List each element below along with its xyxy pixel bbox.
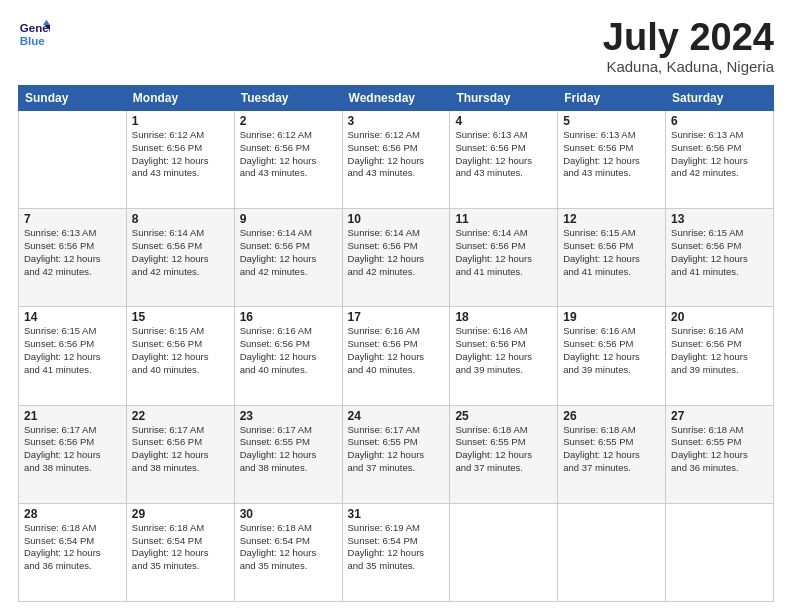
- day-info: Sunrise: 6:18 AM Sunset: 6:55 PM Dayligh…: [671, 424, 768, 475]
- calendar-cell: 2Sunrise: 6:12 AM Sunset: 6:56 PM Daylig…: [234, 111, 342, 209]
- calendar-cell: 21Sunrise: 6:17 AM Sunset: 6:56 PM Dayli…: [19, 405, 127, 503]
- day-number: 27: [671, 409, 768, 423]
- header-tuesday: Tuesday: [234, 86, 342, 111]
- day-number: 3: [348, 114, 445, 128]
- day-number: 25: [455, 409, 552, 423]
- calendar-header-row: Sunday Monday Tuesday Wednesday Thursday…: [19, 86, 774, 111]
- day-number: 30: [240, 507, 337, 521]
- logo-icon: General Blue: [18, 18, 50, 50]
- day-number: 15: [132, 310, 229, 324]
- day-number: 29: [132, 507, 229, 521]
- calendar-week-4: 21Sunrise: 6:17 AM Sunset: 6:56 PM Dayli…: [19, 405, 774, 503]
- day-number: 5: [563, 114, 660, 128]
- calendar-cell: 31Sunrise: 6:19 AM Sunset: 6:54 PM Dayli…: [342, 503, 450, 601]
- day-number: 8: [132, 212, 229, 226]
- calendar-cell: 15Sunrise: 6:15 AM Sunset: 6:56 PM Dayli…: [126, 307, 234, 405]
- day-number: 14: [24, 310, 121, 324]
- day-info: Sunrise: 6:12 AM Sunset: 6:56 PM Dayligh…: [132, 129, 229, 180]
- day-number: 18: [455, 310, 552, 324]
- day-number: 21: [24, 409, 121, 423]
- header-wednesday: Wednesday: [342, 86, 450, 111]
- calendar-week-1: 1Sunrise: 6:12 AM Sunset: 6:56 PM Daylig…: [19, 111, 774, 209]
- day-info: Sunrise: 6:14 AM Sunset: 6:56 PM Dayligh…: [348, 227, 445, 278]
- day-number: 16: [240, 310, 337, 324]
- calendar-cell: 13Sunrise: 6:15 AM Sunset: 6:56 PM Dayli…: [666, 209, 774, 307]
- header-thursday: Thursday: [450, 86, 558, 111]
- calendar-cell: 18Sunrise: 6:16 AM Sunset: 6:56 PM Dayli…: [450, 307, 558, 405]
- day-number: 12: [563, 212, 660, 226]
- day-info: Sunrise: 6:16 AM Sunset: 6:56 PM Dayligh…: [671, 325, 768, 376]
- day-info: Sunrise: 6:16 AM Sunset: 6:56 PM Dayligh…: [240, 325, 337, 376]
- day-info: Sunrise: 6:13 AM Sunset: 6:56 PM Dayligh…: [563, 129, 660, 180]
- logo: General Blue General Blue: [18, 18, 50, 50]
- day-number: 19: [563, 310, 660, 324]
- day-number: 9: [240, 212, 337, 226]
- calendar-cell: 30Sunrise: 6:18 AM Sunset: 6:54 PM Dayli…: [234, 503, 342, 601]
- day-info: Sunrise: 6:16 AM Sunset: 6:56 PM Dayligh…: [455, 325, 552, 376]
- calendar-week-5: 28Sunrise: 6:18 AM Sunset: 6:54 PM Dayli…: [19, 503, 774, 601]
- calendar-cell: [450, 503, 558, 601]
- calendar-cell: 24Sunrise: 6:17 AM Sunset: 6:55 PM Dayli…: [342, 405, 450, 503]
- calendar-cell: 26Sunrise: 6:18 AM Sunset: 6:55 PM Dayli…: [558, 405, 666, 503]
- day-info: Sunrise: 6:19 AM Sunset: 6:54 PM Dayligh…: [348, 522, 445, 573]
- day-info: Sunrise: 6:18 AM Sunset: 6:54 PM Dayligh…: [240, 522, 337, 573]
- day-info: Sunrise: 6:14 AM Sunset: 6:56 PM Dayligh…: [132, 227, 229, 278]
- day-number: 28: [24, 507, 121, 521]
- calendar-table: Sunday Monday Tuesday Wednesday Thursday…: [18, 85, 774, 602]
- calendar-cell: 22Sunrise: 6:17 AM Sunset: 6:56 PM Dayli…: [126, 405, 234, 503]
- calendar-cell: 12Sunrise: 6:15 AM Sunset: 6:56 PM Dayli…: [558, 209, 666, 307]
- calendar-cell: 16Sunrise: 6:16 AM Sunset: 6:56 PM Dayli…: [234, 307, 342, 405]
- day-info: Sunrise: 6:18 AM Sunset: 6:55 PM Dayligh…: [455, 424, 552, 475]
- calendar-cell: 9Sunrise: 6:14 AM Sunset: 6:56 PM Daylig…: [234, 209, 342, 307]
- day-info: Sunrise: 6:13 AM Sunset: 6:56 PM Dayligh…: [24, 227, 121, 278]
- calendar-cell: 19Sunrise: 6:16 AM Sunset: 6:56 PM Dayli…: [558, 307, 666, 405]
- calendar-cell: 28Sunrise: 6:18 AM Sunset: 6:54 PM Dayli…: [19, 503, 127, 601]
- calendar-cell: 25Sunrise: 6:18 AM Sunset: 6:55 PM Dayli…: [450, 405, 558, 503]
- page: General Blue General Blue July 2024 Kadu…: [0, 0, 792, 612]
- calendar-cell: 6Sunrise: 6:13 AM Sunset: 6:56 PM Daylig…: [666, 111, 774, 209]
- calendar-cell: 4Sunrise: 6:13 AM Sunset: 6:56 PM Daylig…: [450, 111, 558, 209]
- calendar-cell: [19, 111, 127, 209]
- day-number: 22: [132, 409, 229, 423]
- title-block: July 2024 Kaduna, Kaduna, Nigeria: [603, 18, 774, 75]
- calendar-cell: 11Sunrise: 6:14 AM Sunset: 6:56 PM Dayli…: [450, 209, 558, 307]
- day-number: 31: [348, 507, 445, 521]
- calendar-cell: 14Sunrise: 6:15 AM Sunset: 6:56 PM Dayli…: [19, 307, 127, 405]
- day-info: Sunrise: 6:13 AM Sunset: 6:56 PM Dayligh…: [671, 129, 768, 180]
- svg-text:Blue: Blue: [20, 35, 46, 47]
- calendar-cell: 8Sunrise: 6:14 AM Sunset: 6:56 PM Daylig…: [126, 209, 234, 307]
- calendar-cell: 5Sunrise: 6:13 AM Sunset: 6:56 PM Daylig…: [558, 111, 666, 209]
- header-sunday: Sunday: [19, 86, 127, 111]
- calendar-week-3: 14Sunrise: 6:15 AM Sunset: 6:56 PM Dayli…: [19, 307, 774, 405]
- day-info: Sunrise: 6:17 AM Sunset: 6:55 PM Dayligh…: [240, 424, 337, 475]
- day-number: 26: [563, 409, 660, 423]
- calendar-cell: 17Sunrise: 6:16 AM Sunset: 6:56 PM Dayli…: [342, 307, 450, 405]
- calendar-cell: 23Sunrise: 6:17 AM Sunset: 6:55 PM Dayli…: [234, 405, 342, 503]
- day-info: Sunrise: 6:15 AM Sunset: 6:56 PM Dayligh…: [563, 227, 660, 278]
- day-info: Sunrise: 6:17 AM Sunset: 6:55 PM Dayligh…: [348, 424, 445, 475]
- calendar-cell: 10Sunrise: 6:14 AM Sunset: 6:56 PM Dayli…: [342, 209, 450, 307]
- header-friday: Friday: [558, 86, 666, 111]
- day-info: Sunrise: 6:18 AM Sunset: 6:54 PM Dayligh…: [132, 522, 229, 573]
- calendar-week-2: 7Sunrise: 6:13 AM Sunset: 6:56 PM Daylig…: [19, 209, 774, 307]
- day-info: Sunrise: 6:17 AM Sunset: 6:56 PM Dayligh…: [132, 424, 229, 475]
- day-info: Sunrise: 6:15 AM Sunset: 6:56 PM Dayligh…: [132, 325, 229, 376]
- day-info: Sunrise: 6:12 AM Sunset: 6:56 PM Dayligh…: [240, 129, 337, 180]
- day-info: Sunrise: 6:17 AM Sunset: 6:56 PM Dayligh…: [24, 424, 121, 475]
- day-number: 2: [240, 114, 337, 128]
- header-monday: Monday: [126, 86, 234, 111]
- day-number: 17: [348, 310, 445, 324]
- day-number: 1: [132, 114, 229, 128]
- day-number: 20: [671, 310, 768, 324]
- calendar-cell: 1Sunrise: 6:12 AM Sunset: 6:56 PM Daylig…: [126, 111, 234, 209]
- header-saturday: Saturday: [666, 86, 774, 111]
- day-info: Sunrise: 6:16 AM Sunset: 6:56 PM Dayligh…: [563, 325, 660, 376]
- calendar-cell: 20Sunrise: 6:16 AM Sunset: 6:56 PM Dayli…: [666, 307, 774, 405]
- day-number: 11: [455, 212, 552, 226]
- day-number: 7: [24, 212, 121, 226]
- day-info: Sunrise: 6:15 AM Sunset: 6:56 PM Dayligh…: [24, 325, 121, 376]
- calendar-cell: 7Sunrise: 6:13 AM Sunset: 6:56 PM Daylig…: [19, 209, 127, 307]
- day-number: 6: [671, 114, 768, 128]
- calendar-cell: 27Sunrise: 6:18 AM Sunset: 6:55 PM Dayli…: [666, 405, 774, 503]
- day-info: Sunrise: 6:12 AM Sunset: 6:56 PM Dayligh…: [348, 129, 445, 180]
